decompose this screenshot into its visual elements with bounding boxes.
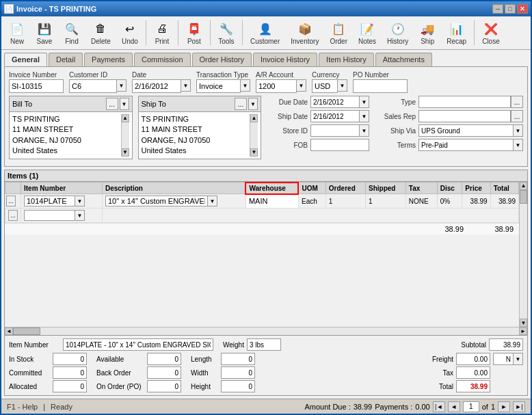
notes-button[interactable]: 📝 Notes xyxy=(354,18,381,47)
po-number-input[interactable] xyxy=(353,79,408,93)
row-item-number-dropdown[interactable]: ▼ xyxy=(75,196,85,206)
terms-input[interactable] xyxy=(418,139,514,151)
save-button[interactable]: 💾 Save xyxy=(31,18,57,47)
undo-icon: ↩ xyxy=(122,21,138,37)
due-date-input[interactable] xyxy=(310,96,360,108)
empty-item-dropdown[interactable]: ▼ xyxy=(75,210,85,221)
sales-rep-dots-button[interactable]: ... xyxy=(511,110,523,122)
due-date-dropdown[interactable]: ▼ xyxy=(360,96,369,108)
ship-button[interactable]: 🚚 Ship xyxy=(414,18,440,47)
nav-last-button[interactable]: ►| xyxy=(513,401,525,412)
sales-rep-input[interactable] xyxy=(418,110,511,122)
ar-account-input[interactable] xyxy=(256,79,297,93)
close-button[interactable]: ❌ Close xyxy=(477,18,505,47)
total-input[interactable] xyxy=(456,380,490,392)
date-dropdown[interactable]: ▼ xyxy=(181,79,191,92)
item-number-detail-input[interactable] xyxy=(63,338,213,351)
new-button[interactable]: 📄 New xyxy=(4,18,30,47)
row-menu-button[interactable]: ... xyxy=(6,196,16,206)
scroll-right-button[interactable]: ► xyxy=(519,327,527,335)
ship-date-dropdown[interactable]: ▼ xyxy=(360,110,369,122)
ship-to-dots-button[interactable]: ... xyxy=(235,98,247,110)
ar-account-dropdown[interactable]: ▼ xyxy=(297,79,306,92)
inventory-button[interactable]: 📦 Inventory xyxy=(286,18,323,47)
store-id-dropdown[interactable]: ▼ xyxy=(360,124,369,137)
nav-prev-button[interactable]: ◄ xyxy=(448,401,460,412)
tab-invoice-history[interactable]: Invoice History xyxy=(253,53,317,66)
bill-to-scroll-down[interactable]: ▼ xyxy=(122,148,129,157)
length-input[interactable] xyxy=(221,353,255,365)
maximize-button[interactable]: □ xyxy=(505,4,516,14)
freight-code-dropdown[interactable]: ▼ xyxy=(514,353,523,365)
post-button[interactable]: 📮 Post xyxy=(181,18,207,47)
ship-date-input[interactable] xyxy=(310,110,360,122)
page-input[interactable] xyxy=(463,401,479,412)
close-window-button[interactable]: ✕ xyxy=(517,4,528,14)
height-label: Height xyxy=(191,383,218,390)
nav-first-button[interactable]: |◄ xyxy=(433,401,445,412)
freight-input[interactable] xyxy=(456,353,490,365)
tab-general[interactable]: General xyxy=(4,53,47,66)
tab-attachments[interactable]: Attachments xyxy=(375,53,432,66)
invoice-number-input[interactable] xyxy=(9,79,64,93)
find-button[interactable]: 🔍 Find xyxy=(59,18,85,47)
customer-id-dropdown[interactable]: ▼ xyxy=(117,79,127,92)
delete-button[interactable]: 🗑 Delete xyxy=(86,18,116,47)
row-item-number-input[interactable] xyxy=(24,196,75,206)
minimize-button[interactable]: ─ xyxy=(492,4,503,14)
tab-detail[interactable]: Detail xyxy=(49,53,83,66)
allocated-input[interactable] xyxy=(53,380,87,392)
row-description-dropdown[interactable]: ▼ xyxy=(208,196,217,206)
width-input[interactable] xyxy=(221,366,255,379)
scroll-h-thumb[interactable] xyxy=(13,327,40,335)
height-input[interactable] xyxy=(221,380,255,392)
print-button[interactable]: 🖨 Print xyxy=(149,18,175,47)
type-input[interactable] xyxy=(418,96,511,108)
tools-button[interactable]: 🔧 Tools xyxy=(213,18,239,47)
weight-input[interactable] xyxy=(247,338,281,351)
scroll-thumb[interactable] xyxy=(520,190,527,204)
empty-row-menu[interactable]: ... xyxy=(8,210,18,221)
tab-payments[interactable]: Payments xyxy=(84,53,133,66)
bill-to-dropdown-button[interactable]: ▼ xyxy=(120,98,129,110)
on-order-input[interactable] xyxy=(147,380,181,392)
bill-to-dots-button[interactable]: ... xyxy=(106,98,118,110)
tab-item-history[interactable]: Item History xyxy=(319,53,374,66)
history-button[interactable]: 🕐 History xyxy=(382,18,413,47)
ship-to-scroll-up[interactable]: ▲ xyxy=(250,114,258,122)
in-stock-input[interactable] xyxy=(53,353,87,365)
empty-item-input[interactable] xyxy=(24,210,75,221)
customer-button[interactable]: 👤 Customer xyxy=(245,18,284,47)
nav-next-button[interactable]: ► xyxy=(498,401,510,412)
date-input[interactable] xyxy=(132,79,181,93)
ship-via-dropdown[interactable]: ▼ xyxy=(514,124,523,137)
tab-order-history[interactable]: Order History xyxy=(192,53,252,66)
ship-to-dropdown-button[interactable]: ▼ xyxy=(248,98,258,110)
transaction-type-dropdown[interactable]: ▼ xyxy=(241,79,250,92)
fob-input[interactable] xyxy=(310,139,369,151)
scroll-up-button[interactable]: ▲ xyxy=(520,182,527,190)
row-description-input[interactable] xyxy=(105,196,208,206)
recap-button[interactable]: 📊 Recap xyxy=(442,18,471,47)
currency-input[interactable] xyxy=(312,79,338,93)
freight-code-input[interactable] xyxy=(493,353,514,365)
available-input[interactable] xyxy=(147,353,181,365)
tab-commission[interactable]: Commission xyxy=(134,53,191,66)
terms-dropdown[interactable]: ▼ xyxy=(514,139,523,151)
scroll-left-button[interactable]: ◄ xyxy=(5,327,13,335)
bill-to-scroll-up[interactable]: ▲ xyxy=(122,114,129,122)
back-order-input[interactable] xyxy=(147,366,181,379)
ship-to-scroll-down[interactable]: ▼ xyxy=(250,148,258,157)
order-button[interactable]: 📋 Order xyxy=(325,18,352,47)
currency-dropdown[interactable]: ▼ xyxy=(338,79,347,92)
type-dots-button[interactable]: ... xyxy=(511,96,523,108)
customer-id-input[interactable] xyxy=(69,79,117,93)
committed-input[interactable] xyxy=(53,366,87,379)
undo-button[interactable]: ↩ Undo xyxy=(117,18,143,47)
store-id-input[interactable] xyxy=(310,124,360,137)
subtotal-input[interactable] xyxy=(489,338,523,351)
transaction-type-input[interactable] xyxy=(196,79,241,93)
ship-via-input[interactable] xyxy=(418,124,514,137)
scroll-down-button[interactable]: ▼ xyxy=(520,319,527,327)
tax-input[interactable] xyxy=(456,366,490,379)
